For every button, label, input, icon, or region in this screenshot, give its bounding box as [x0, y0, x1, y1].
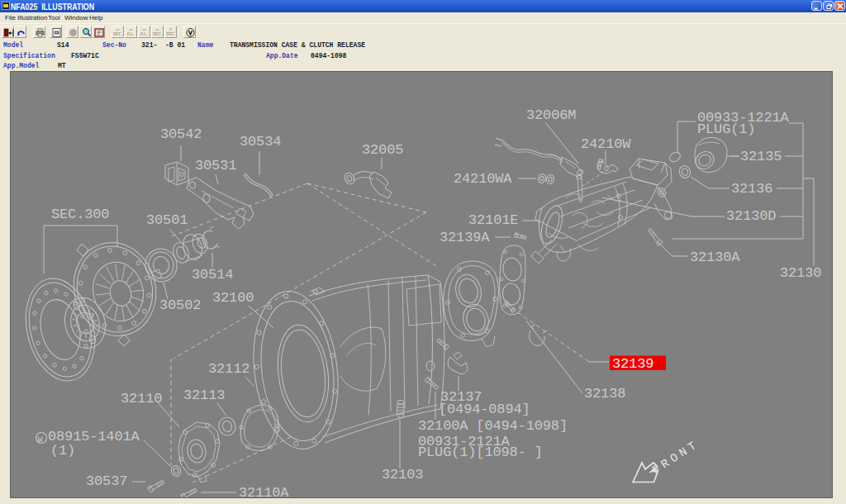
svg-text:30534: 30534: [240, 134, 281, 150]
svg-text:32139A: 32139A: [440, 230, 490, 245]
svg-text:32136: 32136: [731, 181, 772, 197]
svg-text:32110: 32110: [121, 391, 162, 407]
svg-text:32138: 32138: [584, 386, 625, 402]
svg-text:(1): (1): [50, 443, 75, 459]
svg-text:32103: 32103: [382, 467, 423, 483]
svg-text:32112: 32112: [208, 361, 250, 377]
svg-text:24210WA: 24210WA: [454, 171, 512, 187]
svg-text:32135: 32135: [740, 149, 782, 164]
svg-text:32130A: 32130A: [690, 250, 740, 265]
svg-text:30531: 30531: [195, 158, 236, 174]
svg-text:PLUG(1): PLUG(1): [697, 121, 755, 137]
svg-text:30501: 30501: [146, 212, 188, 228]
svg-text:30542: 30542: [160, 126, 202, 142]
svg-text:PLUG(1)[1098- ]: PLUG(1)[1098- ]: [418, 445, 543, 460]
svg-text:32139: 32139: [612, 356, 654, 372]
svg-text:W: W: [38, 435, 43, 445]
svg-text:32100A [0494-1098]: 32100A [0494-1098]: [418, 418, 568, 434]
svg-text:32130D: 32130D: [726, 208, 776, 224]
svg-text:32005: 32005: [362, 142, 403, 158]
svg-text:32006M: 32006M: [526, 107, 576, 123]
svg-text:32113: 32113: [183, 388, 225, 403]
svg-text:24210W: 24210W: [581, 136, 631, 152]
svg-text:32130: 32130: [780, 265, 821, 281]
svg-text:32110A: 32110A: [239, 485, 289, 497]
svg-text:32101E: 32101E: [468, 212, 518, 228]
svg-text:SEC.300: SEC.300: [51, 207, 109, 222]
svg-text:32100: 32100: [212, 290, 254, 306]
svg-text:30514: 30514: [192, 267, 233, 283]
svg-text:30502: 30502: [159, 297, 201, 313]
svg-text:30537: 30537: [86, 473, 127, 489]
svg-text:[0494-0894]: [0494-0894]: [439, 402, 530, 417]
